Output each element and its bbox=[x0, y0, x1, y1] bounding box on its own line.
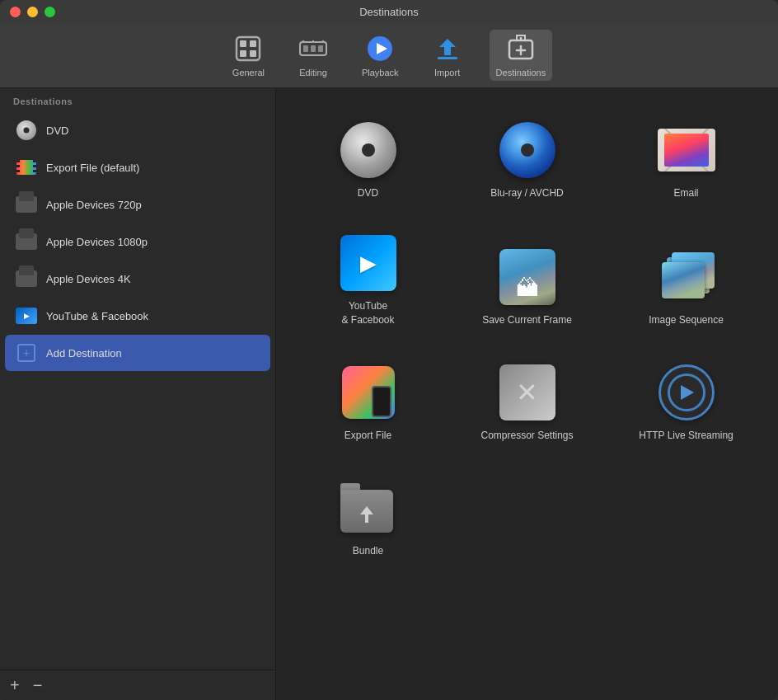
add-destination-icon bbox=[15, 341, 38, 364]
remove-button[interactable]: − bbox=[33, 677, 43, 693]
grid-youtube-label: YouTube & Facebook bbox=[341, 299, 394, 327]
grid-hls-icon bbox=[657, 363, 716, 422]
grid-bundle-icon bbox=[339, 478, 398, 538]
svg-rect-3 bbox=[240, 50, 246, 57]
import-icon bbox=[432, 33, 463, 64]
svg-marker-14 bbox=[439, 39, 456, 55]
sidebar-item-youtube-facebook[interactable]: YouTube & Facebook bbox=[5, 298, 270, 334]
sidebar-item-add-label: Add Destination bbox=[46, 347, 122, 359]
grid-exportfile-label: Export File bbox=[344, 429, 391, 443]
sidebar: Destinations DVD Export File (default) bbox=[0, 88, 276, 700]
grid-exportfile-icon bbox=[339, 363, 398, 422]
grid-saveframe-label: Save Current Frame bbox=[482, 313, 572, 327]
grid-email-icon bbox=[657, 120, 716, 180]
svg-rect-7 bbox=[311, 45, 316, 52]
sidebar-item-apple-4k-label: Apple Devices 4K bbox=[46, 273, 131, 285]
grid-hls-label: HTTP Live Streaming bbox=[639, 429, 733, 443]
grid-bluray-icon bbox=[498, 120, 557, 180]
apple-720p-icon bbox=[15, 193, 38, 216]
destination-grid: DVD Blu-ray / AVCHD Email bbox=[293, 105, 762, 570]
destination-cell-saveframe[interactable]: Save Current Frame bbox=[452, 220, 602, 339]
content-area: DVD Blu-ray / AVCHD Email bbox=[276, 88, 778, 700]
svg-rect-1 bbox=[240, 40, 246, 47]
toolbar-item-general[interactable]: General bbox=[226, 30, 271, 81]
sidebar-footer: + − bbox=[0, 669, 275, 700]
youtube-facebook-icon bbox=[15, 304, 38, 327]
destination-cell-exportfile[interactable]: Export File bbox=[293, 347, 443, 454]
dvd-icon bbox=[15, 119, 38, 142]
grid-imgseq-label: Image Sequence bbox=[649, 313, 724, 327]
toolbar: General Editing bbox=[0, 23, 778, 88]
sidebar-item-apple-720p[interactable]: Apple Devices 720p bbox=[5, 186, 270, 223]
svg-rect-6 bbox=[303, 45, 308, 52]
sidebar-item-export-file[interactable]: Export File (default) bbox=[5, 149, 270, 186]
main-content: Destinations DVD Export File (default) bbox=[0, 88, 778, 700]
apple-1080p-icon bbox=[15, 230, 38, 253]
svg-rect-15 bbox=[438, 57, 457, 59]
import-label: Import bbox=[434, 68, 460, 78]
grid-imgseq-icon bbox=[657, 247, 716, 307]
export-file-icon bbox=[15, 156, 38, 179]
editing-icon bbox=[298, 33, 329, 64]
sidebar-item-dvd-label: DVD bbox=[46, 124, 68, 137]
general-label: General bbox=[232, 68, 265, 78]
sidebar-header: Destinations bbox=[0, 88, 275, 111]
grid-dvd-label: DVD bbox=[358, 186, 378, 200]
playback-label: Playback bbox=[362, 68, 399, 78]
sidebar-item-apple-4k[interactable]: Apple Devices 4K bbox=[5, 261, 270, 297]
destinations-icon bbox=[505, 33, 537, 64]
editing-label: Editing bbox=[299, 68, 327, 78]
destination-cell-email[interactable]: Email bbox=[611, 105, 762, 212]
sidebar-item-apple-1080p[interactable]: Apple Devices 1080p bbox=[5, 223, 270, 260]
playback-icon bbox=[364, 33, 396, 64]
close-button[interactable] bbox=[10, 7, 21, 17]
destination-cell-imgseq[interactable]: Image Sequence bbox=[611, 220, 762, 339]
sidebar-item-apple-720p-label: Apple Devices 720p bbox=[46, 199, 142, 211]
window-title: Destinations bbox=[359, 6, 419, 18]
sidebar-list: DVD Export File (default) Apple Devices … bbox=[0, 111, 275, 669]
minimize-button[interactable] bbox=[27, 7, 38, 17]
add-button[interactable]: + bbox=[10, 677, 20, 693]
destination-cell-compressor[interactable]: Compressor Settings bbox=[452, 347, 602, 454]
sidebar-item-add-destination[interactable]: Add Destination bbox=[5, 335, 270, 371]
destination-cell-bundle[interactable]: Bundle bbox=[293, 463, 443, 570]
grid-email-label: Email bbox=[673, 186, 698, 200]
grid-saveframe-icon bbox=[498, 247, 557, 307]
svg-rect-4 bbox=[250, 50, 256, 57]
sidebar-item-apple-1080p-label: Apple Devices 1080p bbox=[46, 236, 148, 248]
grid-compressor-label: Compressor Settings bbox=[480, 429, 573, 443]
sidebar-item-export-label: Export File (default) bbox=[46, 162, 139, 174]
grid-compressor-icon bbox=[498, 363, 557, 422]
titlebar: Destinations bbox=[0, 0, 778, 23]
destination-cell-youtube[interactable]: YouTube & Facebook bbox=[293, 220, 443, 339]
toolbar-item-destinations[interactable]: Destinations bbox=[490, 30, 553, 81]
window-controls bbox=[10, 7, 55, 17]
sidebar-item-dvd[interactable]: DVD bbox=[5, 112, 270, 148]
destination-cell-bluray[interactable]: Blu-ray / AVCHD bbox=[452, 105, 602, 212]
sidebar-item-youtube-label: YouTube & Facebook bbox=[46, 310, 148, 322]
grid-youtube-icon bbox=[339, 233, 398, 293]
grid-bundle-label: Bundle bbox=[353, 544, 383, 558]
toolbar-item-import[interactable]: Import bbox=[425, 30, 470, 81]
destination-cell-dvd[interactable]: DVD bbox=[293, 105, 443, 212]
app-window: Destinations General bbox=[0, 0, 778, 700]
grid-bluray-label: Blu-ray / AVCHD bbox=[490, 186, 563, 200]
toolbar-item-playback[interactable]: Playback bbox=[355, 30, 405, 81]
destinations-label: Destinations bbox=[496, 68, 546, 78]
destination-cell-hls[interactable]: HTTP Live Streaming bbox=[611, 347, 762, 454]
toolbar-item-editing[interactable]: Editing bbox=[291, 30, 335, 81]
grid-dvd-icon bbox=[339, 120, 398, 180]
svg-rect-0 bbox=[237, 37, 260, 60]
apple-4k-icon bbox=[15, 267, 38, 290]
svg-rect-2 bbox=[250, 40, 256, 47]
maximize-button[interactable] bbox=[45, 7, 55, 17]
general-icon bbox=[232, 33, 264, 64]
svg-rect-8 bbox=[318, 45, 323, 52]
